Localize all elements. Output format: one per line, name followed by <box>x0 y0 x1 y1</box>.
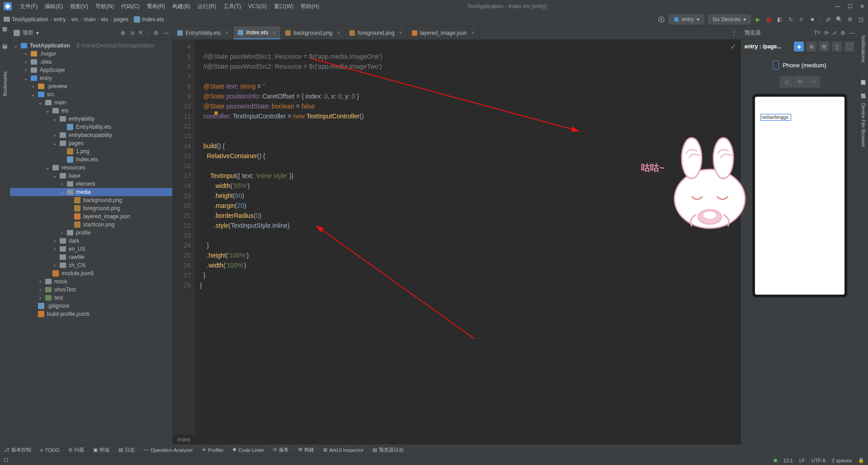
breadcrumb-item[interactable]: main <box>84 16 95 23</box>
services-button[interactable]: ⟳ 服务 <box>273 446 289 453</box>
device-dropdown[interactable]: No Devices ▾ <box>708 14 751 24</box>
debug-icon[interactable]: 🐞 <box>765 16 773 23</box>
editor-tab[interactable]: EntryAbility.ets× <box>173 26 233 39</box>
attach-icon[interactable]: ⎋ <box>798 16 805 23</box>
tree-item[interactable]: EntryAbility.ets <box>10 123 172 131</box>
menu-file[interactable]: 文件(F) <box>17 1 40 12</box>
profiler-button[interactable]: ✈ Profiler <box>202 447 224 453</box>
menu-help[interactable]: 帮助(H) <box>298 1 322 12</box>
breadcrumb-item[interactable]: ets <box>101 16 108 23</box>
tree-item[interactable]: build-profile.json5 <box>10 310 172 318</box>
close-icon[interactable]: × <box>399 30 402 36</box>
gear-icon[interactable]: ⚙ <box>846 16 854 23</box>
editor-tab[interactable]: Index.ets× <box>233 26 281 39</box>
gear-icon[interactable]: ⚙ <box>154 30 159 36</box>
refresh-icon[interactable]: ⟳ <box>824 30 829 36</box>
menu-edit[interactable]: 编辑(E) <box>42 1 66 12</box>
tree-item[interactable]: ⌄resources <box>10 164 172 172</box>
preview-entry-label[interactable]: entry : /page... <box>745 43 781 50</box>
expand-all-icon[interactable]: ⇲ <box>130 30 134 36</box>
tree-item[interactable]: rawfile <box>10 253 172 261</box>
run-icon[interactable]: ▶ <box>755 16 762 23</box>
close-icon[interactable]: × <box>273 29 276 36</box>
tree-root[interactable]: ⌄ TestApplication E:\nana\Desktop\TestAp… <box>10 42 172 50</box>
sync-icon[interactable]: ⇄ <box>825 16 832 23</box>
gear-icon[interactable]: ⚙ <box>840 30 845 36</box>
line-ending[interactable]: LF <box>799 458 805 463</box>
problems-button[interactable]: ⊘ 问题 <box>68 446 84 453</box>
target-icon[interactable] <box>658 16 665 23</box>
close-icon[interactable]: × <box>472 30 475 36</box>
todo-button[interactable]: ≡ TODO <box>40 447 59 453</box>
breadcrumb-item[interactable]: src <box>71 16 78 23</box>
indent-setting[interactable]: 2 spaces <box>832 458 852 463</box>
menu-run[interactable]: 运行(R) <box>195 1 219 12</box>
select-opened-icon[interactable]: ⊕ <box>121 30 125 36</box>
tree-item[interactable]: ⌄entry <box>10 74 172 82</box>
tree-item[interactable]: ⌄entryability <box>10 115 172 123</box>
chevron-down-icon[interactable]: ▾ <box>36 30 39 36</box>
tree-item[interactable]: .gitignore <box>10 302 172 310</box>
readonly-icon[interactable]: 🔒 <box>858 457 864 463</box>
editor-tab[interactable]: background.png× <box>281 26 345 39</box>
hide-icon[interactable]: — <box>163 30 169 36</box>
tree-item[interactable]: ›zh_CN <box>10 261 172 269</box>
notifications-tool-button[interactable]: Notifications <box>861 35 866 62</box>
menu-tools[interactable]: 工具(T) <box>221 1 244 12</box>
editor-tab[interactable]: foreground.png× <box>345 26 407 39</box>
menu-refactor[interactable]: 重构(R) <box>144 1 168 12</box>
tree-item[interactable]: foreground.png <box>10 204 172 212</box>
build-button[interactable]: ⚒ 构建 <box>298 446 314 453</box>
file-breadcrumb[interactable]: Index <box>173 434 741 444</box>
close-icon[interactable]: × <box>225 30 228 36</box>
tree-item[interactable]: ›mock <box>10 277 172 286</box>
tree-item[interactable]: ⌄media <box>10 188 172 196</box>
close-icon[interactable]: × <box>337 30 340 36</box>
code-editor[interactable]: //@State passWordSrc1: Resource = $r('ap… <box>195 40 741 434</box>
tree-item[interactable]: ⌄ets <box>10 107 172 115</box>
tree-item[interactable]: ›element <box>10 180 172 188</box>
status-indicator-icon[interactable] <box>774 459 777 462</box>
breadcrumb-item[interactable]: Index.ets <box>142 16 164 23</box>
collapse-all-icon[interactable]: ⇱ <box>139 30 143 36</box>
gutter-warning-icon[interactable] <box>214 111 218 115</box>
layers-icon[interactable]: ◈ <box>794 42 804 52</box>
search-icon[interactable]: 🔍 <box>835 16 843 23</box>
tabs-more-icon[interactable]: ⋮ <box>728 26 741 39</box>
tree-item[interactable]: ›AppScope <box>10 66 172 74</box>
coverage-icon[interactable]: ◧ <box>776 16 783 23</box>
text-size-icon[interactable]: Tᴛ <box>814 30 821 36</box>
breadcrumb[interactable]: TestApplication› entry› src› main› ets› … <box>4 16 164 23</box>
terminal-button[interactable]: ▣ 终端 <box>93 446 109 453</box>
tree-item[interactable]: ›profile <box>10 229 172 237</box>
window-maximize-icon[interactable]: ☐ <box>848 3 853 9</box>
version-control-button[interactable]: ⎇ 版本控制 <box>4 446 31 453</box>
nav-back-icon[interactable]: ◁ <box>779 76 793 88</box>
tree-item[interactable]: ›ohosTest <box>10 286 172 294</box>
breadcrumb-item[interactable]: entry <box>54 16 66 23</box>
tree-item[interactable]: ⌄main <box>10 99 172 107</box>
menu-build[interactable]: 构建(B) <box>170 1 193 12</box>
editor-tab[interactable]: layered_image.json× <box>407 26 480 39</box>
tree-item[interactable]: ›dark <box>10 237 172 245</box>
run-config-dropdown[interactable]: entry ▾ <box>669 14 704 24</box>
arkui-inspector-button[interactable]: ⊞ ArkUI Inspector <box>323 447 363 453</box>
window-close-icon[interactable]: ✕ <box>860 3 864 9</box>
breadcrumb-item[interactable]: TestApplication <box>12 16 48 23</box>
nav-more-icon[interactable]: ⋯ <box>807 76 820 88</box>
tree-item[interactable]: module.json5 <box>10 269 172 277</box>
stop-icon[interactable]: ■ <box>809 16 816 23</box>
tree-item[interactable]: ›.preview <box>10 82 172 90</box>
portrait-icon[interactable]: ▯ <box>832 42 842 52</box>
expand-icon[interactable]: ⛶ <box>844 42 854 52</box>
tree-item[interactable]: 1.png <box>10 147 172 155</box>
window-minimize-icon[interactable]: — <box>835 3 840 9</box>
rotate-icon[interactable]: ⤢ <box>832 30 837 36</box>
previewer-log-button[interactable]: ▤ 预览器日志 <box>373 446 404 453</box>
breadcrumb-item[interactable]: pages <box>113 16 128 23</box>
tree-item[interactable]: ›en_US <box>10 245 172 253</box>
nav-rotate-icon[interactable]: ⟲ <box>793 76 807 88</box>
stack-icon[interactable]: ≣ <box>807 42 816 52</box>
log-button[interactable]: ▤ 日志 <box>118 446 135 453</box>
device-file-tool-button[interactable]: Device File Browser <box>861 103 866 147</box>
